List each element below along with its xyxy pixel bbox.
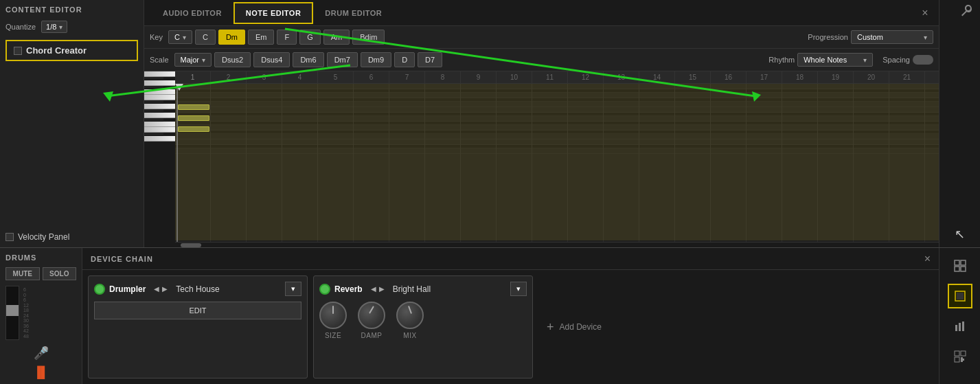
chord-creator-checkbox[interactable] (14, 47, 22, 55)
reverb-mix-knob[interactable] (396, 302, 424, 329)
playhead-marker (175, 84, 183, 91)
right-panel-bottom (939, 248, 980, 384)
drumpler-device: Drumpler ◀ ▶ Tech House ▾ EDIT (88, 275, 308, 379)
grid-num-12: 12 (568, 71, 604, 83)
expand-icon-button[interactable] (948, 253, 972, 278)
chord-btn-Am[interactable]: Am (323, 30, 350, 45)
drum-bars-icon[interactable]: ▐▌ (33, 366, 49, 379)
grid-num-7: 7 (389, 71, 425, 83)
reverb-name: Reverb (334, 284, 363, 294)
reverb-mix-label: MIX (403, 332, 416, 339)
svg-rect-13 (962, 359, 964, 361)
quantize-label: Quantize (5, 23, 36, 31)
drumpler-next-arrow[interactable]: ▶ (162, 285, 168, 293)
chord2-Dm7[interactable]: Dm7 (327, 52, 358, 67)
scale-select[interactable]: Major ▾ (174, 53, 212, 67)
grid-numbers-row: 1 2 3 4 5 6 7 8 9 10 11 12 13 14 (175, 71, 939, 84)
device-chain-area: DEVICE CHAIN × Drumpler ◀ ▶ Tech House (82, 248, 939, 384)
editor-close-button[interactable]: × (915, 3, 935, 23)
reverb-damp-knob[interactable] (358, 302, 385, 329)
tab-audio-editor[interactable]: AUDIO EDITOR (151, 3, 233, 23)
reverb-dropdown[interactable]: ▾ (510, 282, 527, 296)
rhythm-select[interactable]: Whole Notes ▾ (797, 53, 873, 67)
quantize-dropdown-arrow: ▾ (59, 23, 62, 31)
grid-body[interactable] (175, 84, 939, 247)
quantize-select[interactable]: 1/8 ▾ (41, 21, 67, 33)
chord2-D7[interactable]: D7 (418, 52, 442, 67)
grid-num-14: 14 (639, 71, 675, 83)
fader-thumb[interactable] (6, 305, 19, 316)
chord-btn-Dm[interactable]: Dm (218, 30, 245, 45)
solo-button[interactable]: SOLO (43, 267, 77, 280)
fader-mark: 18 (23, 308, 29, 313)
mixer-icon-button[interactable] (948, 314, 972, 339)
drumpler-power-button[interactable] (94, 284, 105, 295)
svg-rect-8 (962, 321, 964, 331)
chord2-Dm9[interactable]: Dm9 (361, 52, 391, 67)
drumpler-prev-arrow[interactable]: ◀ (154, 285, 159, 293)
chord-toolbar: Key C ▾ C Dm Em F G Am Bdim Progression … (144, 26, 939, 49)
note-block[interactable] (178, 104, 209, 110)
note-block[interactable] (178, 126, 209, 132)
velocity-panel-checkbox[interactable] (5, 233, 14, 241)
reverb-next-arrow[interactable]: ▶ (379, 285, 385, 293)
spacing-label: Spacing (882, 56, 910, 64)
progression-select[interactable]: Custom ▾ (851, 30, 933, 44)
device-view-icon (953, 289, 967, 303)
spacing-toggle[interactable] (913, 55, 933, 65)
reverb-power-button[interactable] (319, 284, 330, 295)
chord-btn-F[interactable]: F (277, 30, 297, 45)
tab-note-editor[interactable]: NOTE EDITOR (233, 2, 313, 24)
reverb-prev-arrow[interactable]: ◀ (371, 285, 376, 293)
chord-btn-C[interactable]: C (195, 30, 216, 45)
scale-label: Scale (150, 56, 169, 64)
grid-num-11: 11 (532, 71, 568, 83)
chord2-Dm6[interactable]: Dm6 (293, 52, 323, 67)
drumpler-edit-button[interactable]: EDIT (94, 302, 301, 319)
chord-btn-G[interactable]: G (299, 30, 321, 45)
svg-rect-1 (961, 260, 966, 265)
device-chain-title: DEVICE CHAIN (91, 255, 153, 263)
svg-rect-11 (955, 357, 959, 362)
grid-num-19: 19 (818, 71, 854, 83)
chord-creator-label: Chord Creator (26, 45, 87, 56)
chord2-Dsus2[interactable]: Dsus2 (214, 52, 251, 67)
grid-num-8: 8 (425, 71, 461, 83)
drum-microphone-icon[interactable]: 🎤 (34, 346, 49, 361)
chord2-Dsus4[interactable]: Dsus4 (253, 52, 290, 67)
progression-label: Progression (808, 33, 848, 41)
reverb-size-label: SIZE (325, 332, 341, 339)
velocity-panel-row: Velocity Panel (5, 232, 138, 242)
key-select[interactable]: C ▾ (168, 30, 192, 44)
reverb-size-group: SIZE (319, 302, 347, 339)
rhythm-value: Whole Notes (804, 56, 847, 64)
device-chain-close-button[interactable]: × (924, 253, 931, 265)
piano-roll-grid[interactable]: 1 2 3 4 5 6 7 8 9 10 11 12 13 14 (175, 71, 939, 247)
fader-mark: 0 (23, 293, 29, 297)
grid-num-9: 9 (461, 71, 497, 83)
drumpler-dropdown[interactable]: ▾ (285, 282, 301, 296)
plus-icon-button[interactable] (948, 344, 972, 369)
mute-button[interactable]: MUTE (5, 267, 40, 280)
chord-btn-Em[interactable]: Em (248, 30, 275, 45)
reverb-device: Reverb ◀ ▶ Bright Hall ▾ (313, 275, 533, 379)
add-device-button[interactable]: + Add Device (538, 275, 610, 379)
settings-icon (960, 3, 977, 20)
horizontal-scrollbar[interactable] (175, 242, 939, 247)
mute-solo-row: MUTE SOLO (5, 267, 76, 280)
note-region-highlight (175, 84, 939, 240)
device-view-icon-button[interactable] (948, 284, 972, 308)
chord-btn-Bdim[interactable]: Bdim (352, 30, 385, 45)
grid-num-2: 2 (211, 71, 247, 83)
mixer-icon (953, 319, 967, 333)
top-right-icon-button[interactable] (960, 3, 977, 23)
tab-drum-editor[interactable]: DRUM EDITOR (313, 3, 394, 23)
chord2-D[interactable]: D (394, 52, 415, 67)
chord-creator-box[interactable]: Chord Creator (5, 40, 138, 61)
svg-rect-6 (955, 325, 957, 331)
note-block[interactable] (178, 115, 209, 121)
progression-value: Custom (857, 33, 883, 41)
reverb-size-knob[interactable] (319, 302, 347, 329)
fader-track[interactable] (5, 286, 19, 340)
add-device-label: Add Device (560, 322, 602, 332)
